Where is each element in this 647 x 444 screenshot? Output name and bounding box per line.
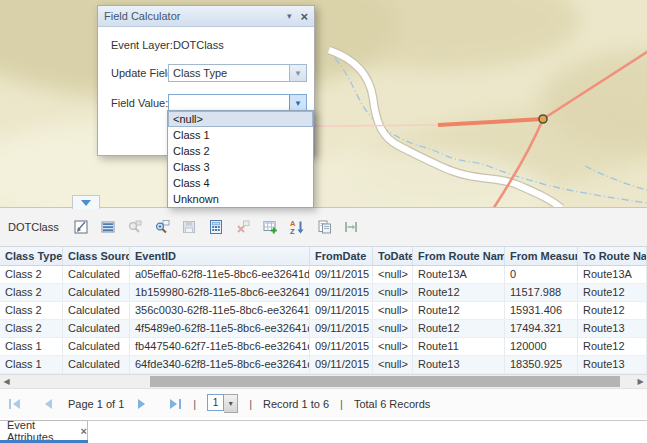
table-cell: 120000	[505, 338, 578, 356]
show-selected-records-icon[interactable]	[100, 219, 117, 236]
table-cell: 64fde340-62f8-11e5-8bc6-ee32641d5ec9	[130, 356, 310, 374]
junction-marker[interactable]	[539, 115, 547, 123]
dropdown-option[interactable]: <null>	[168, 111, 313, 127]
next-page-button[interactable]	[135, 397, 149, 411]
field-value-dropdown: <null>Class 1Class 2Class 3Class 4Unknow…	[167, 110, 314, 208]
dropdown-option[interactable]: Class 4	[168, 175, 313, 191]
tab-event-attributes[interactable]: Event Attributes ×	[0, 420, 88, 441]
sort-records-icon[interactable]: AZ	[289, 219, 306, 236]
dropdown-option[interactable]: Class 2	[168, 143, 313, 159]
table-row[interactable]: Class 1Calculated64fde340-62f8-11e5-8bc6…	[0, 356, 647, 374]
table-row[interactable]: Class 2Calculateda05effa0-62f8-11e5-8bc6…	[0, 266, 647, 284]
table-cell: 356c0030-62f8-11e5-8bc6-ee32641d5ec9	[130, 302, 310, 320]
column-header[interactable]: ToDate	[373, 247, 413, 265]
selection-options-icon[interactable]	[73, 219, 90, 236]
chevron-down-icon[interactable]: ▼	[289, 65, 306, 81]
chevron-down-icon[interactable]: ▼	[224, 394, 238, 413]
last-page-button[interactable]	[168, 397, 182, 411]
bottom-tab-bar: Event Attributes ×	[0, 418, 647, 444]
table-cell: <null>	[373, 338, 413, 356]
update-field-combobox[interactable]: Class Type ▼	[168, 64, 307, 82]
close-tab-icon[interactable]: ×	[81, 425, 87, 437]
table-cell: 09/11/2015	[310, 266, 373, 284]
table-row[interactable]: Class 2Calculated356c0030-62f8-11e5-8bc6…	[0, 302, 647, 320]
dropdown-option[interactable]: Unknown	[168, 191, 313, 207]
table-cell: fb447540-62f7-11e5-8bc6-ee32641d5ec9	[130, 338, 310, 356]
table-cell: 4f5489e0-62f8-11e5-8bc6-ee32641d5ec9	[130, 320, 310, 338]
dropdown-option[interactable]: Class 1	[168, 127, 313, 143]
table-cell: 18350.925	[505, 356, 578, 374]
zoom-to-selected-icon	[127, 219, 144, 236]
previous-page-button[interactable]	[41, 397, 55, 411]
column-header[interactable]: From Route Name	[413, 247, 505, 265]
separator: |	[340, 398, 343, 410]
chevron-down-icon[interactable]: ▼	[289, 95, 306, 111]
scroll-left-icon[interactable]: ◀	[0, 375, 13, 388]
scroll-right-icon[interactable]: ▶	[634, 375, 647, 388]
table-cell: Class 2	[0, 302, 63, 320]
grid-header: Class TypeClass SourceEventIDFromDateToD…	[0, 246, 647, 266]
table-cell: Calculated	[63, 266, 130, 284]
table-cell: Calculated	[63, 302, 130, 320]
svg-text:Z: Z	[290, 227, 295, 235]
table-cell: Class 1	[0, 356, 63, 374]
dropdown-option[interactable]: Class 3	[168, 159, 313, 175]
table-cell: Class 1	[0, 338, 63, 356]
table-row[interactable]: Class 2Calculated4f5489e0-62f8-11e5-8bc6…	[0, 320, 647, 338]
table-row[interactable]: Class 2Calculated1b159980-62f8-11e5-8bc6…	[0, 284, 647, 302]
page-select-value: 1	[207, 394, 224, 411]
save-icon	[181, 219, 198, 236]
table-cell: <null>	[373, 356, 413, 374]
field-calculator-icon[interactable]	[208, 219, 225, 236]
dialog-titlebar[interactable]: Field Calculator ▾ ×	[98, 6, 314, 27]
event-layer-label: Event Layer:	[111, 39, 173, 51]
column-header[interactable]: Class Type	[0, 247, 63, 265]
table-cell: Route12	[578, 302, 647, 320]
collapse-dialog-icon[interactable]: ▾	[287, 11, 292, 21]
table-cell: 17494.321	[505, 320, 578, 338]
dialog-title: Field Calculator	[104, 10, 287, 22]
table-cell: Class 2	[0, 266, 63, 284]
table-cell: 09/11/2015	[310, 338, 373, 356]
table-toolbar: DOTClass	[0, 208, 647, 246]
layer-name-label: DOTClass	[8, 221, 59, 233]
zoom-to-record-icon[interactable]	[154, 219, 171, 236]
table-cell: Route12	[413, 284, 505, 302]
field-value-input[interactable]	[169, 95, 289, 111]
table-row[interactable]: Class 1Calculatedfb447540-62f7-11e5-8bc6…	[0, 338, 647, 356]
separator: |	[249, 398, 252, 410]
app-window: Field Calculator ▾ × Event Layer: DOTCla…	[0, 0, 647, 444]
scrollbar-thumb[interactable]	[150, 376, 620, 387]
close-dialog-icon[interactable]: ×	[300, 10, 308, 23]
selected-route-segment	[438, 119, 543, 125]
chevron-down-icon	[81, 200, 91, 206]
panel-collapse-handle[interactable]	[72, 195, 100, 209]
table-cell: Calculated	[63, 320, 130, 338]
pagination-bar: Page 1 of 1 | 1 ▼ | Record 1 to 6 | Tota…	[0, 388, 647, 418]
table-cell: 09/11/2015	[310, 356, 373, 374]
table-cell: Route12	[413, 302, 505, 320]
page-select[interactable]: 1 ▼	[207, 394, 238, 413]
column-header[interactable]: To Route Name	[578, 247, 647, 265]
fit-columns-icon[interactable]	[343, 219, 360, 236]
tabbar-edge	[88, 420, 647, 421]
table-cell: 09/11/2015	[310, 302, 373, 320]
column-header[interactable]: EventID	[130, 247, 310, 265]
table-cell: <null>	[373, 320, 413, 338]
page-status-text: Page 1 of 1	[68, 398, 124, 410]
copy-records-icon[interactable]	[316, 219, 333, 236]
first-page-button[interactable]	[8, 397, 22, 411]
table-cell: 09/11/2015	[310, 284, 373, 302]
column-header[interactable]: From Measure	[505, 247, 578, 265]
total-records-text: Total 6 Records	[354, 398, 430, 410]
horizontal-scrollbar[interactable]: ◀ ▶	[0, 374, 647, 388]
column-header[interactable]: FromDate	[310, 247, 373, 265]
field-value-label: Field Value:	[111, 97, 168, 109]
append-records-icon[interactable]	[262, 219, 279, 236]
event-layer-value: DOTClass	[173, 39, 224, 51]
table-cell: Route13	[413, 356, 505, 374]
delete-selected-icon	[235, 219, 252, 236]
column-header[interactable]: Class Source	[63, 247, 130, 265]
table-cell: <null>	[373, 284, 413, 302]
table-cell: 15931.406	[505, 302, 578, 320]
